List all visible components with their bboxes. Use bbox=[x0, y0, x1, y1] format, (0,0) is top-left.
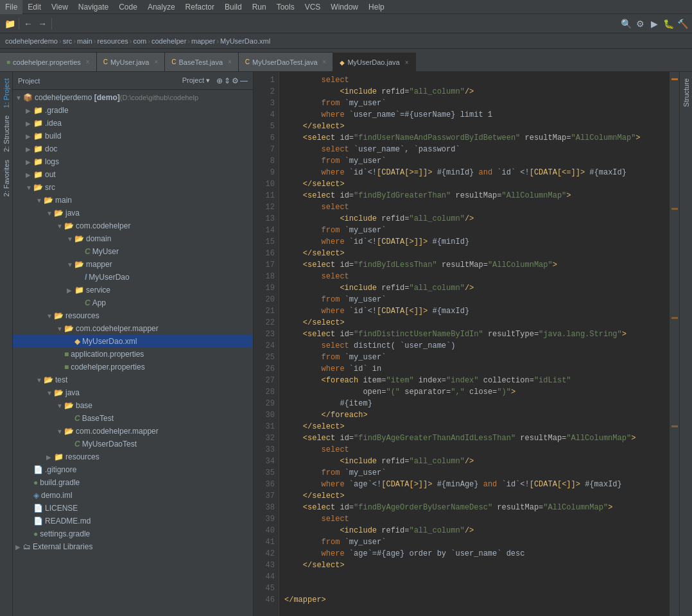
tree-item-java-main[interactable]: ▼ 📂 java bbox=[13, 207, 253, 219]
toolbar-search-icon[interactable]: 🔍 bbox=[619, 17, 633, 31]
menu-file[interactable]: File bbox=[0, 0, 22, 14]
tab-close-myuserdaotest[interactable]: × bbox=[323, 58, 327, 65]
tree-item-com-codehelper-mapper-test[interactable]: ▼ 📂 com.codehelper.mapper bbox=[13, 425, 253, 438]
tree-item-out[interactable]: ▶ 📁 out bbox=[13, 168, 253, 181]
tree-item-com-codehelper[interactable]: ▼ 📂 com.codehelper bbox=[13, 219, 253, 232]
menu-code[interactable]: Code bbox=[114, 0, 143, 14]
menu-window[interactable]: Window bbox=[325, 0, 363, 14]
tree-item-basetest[interactable]: C BaseTest bbox=[13, 412, 253, 425]
tab-close-myuserdao[interactable]: × bbox=[405, 59, 409, 66]
tree-item-logs[interactable]: ▶ 📁 logs bbox=[13, 155, 253, 168]
tree-item-src[interactable]: ▼ 📂 src bbox=[13, 181, 253, 194]
breadcrumb-part-4[interactable]: resources bbox=[97, 37, 128, 45]
tree-item-external-libraries[interactable]: ▶ 🗂 External Libraries bbox=[13, 540, 253, 553]
tree-arrow-com-codehelper: ▼ bbox=[56, 223, 64, 230]
tab-close-basetest[interactable]: × bbox=[228, 58, 232, 65]
toolbar-settings-icon[interactable]: ⚙ bbox=[633, 17, 647, 31]
menu-navigate[interactable]: Navigate bbox=[73, 0, 114, 14]
line-num: 35 bbox=[254, 467, 275, 479]
left-vertical-tabs: 1: Project 2: Structure 2: Favorites bbox=[0, 72, 13, 616]
tree-item-application-props[interactable]: ■ application.properties bbox=[13, 348, 253, 361]
menu-edit[interactable]: Edit bbox=[22, 0, 46, 14]
sidebar-icon-minimize[interactable]: — bbox=[240, 76, 248, 85]
tab-codehelper-properties[interactable]: ■ codehelper.properties × bbox=[0, 52, 97, 71]
tree-item-myuserdao-xml[interactable]: ◆ MyUserDao.xml bbox=[13, 335, 253, 348]
tree-item-myuser[interactable]: C MyUser bbox=[13, 245, 253, 258]
vtab-favorites[interactable]: 2: Favorites bbox=[1, 156, 12, 200]
line-num: 44 bbox=[254, 571, 275, 583]
tree-item-codehelper-props[interactable]: ■ codehelper.properties bbox=[13, 361, 253, 373]
tree-item-main[interactable]: ▼ 📂 main bbox=[13, 194, 253, 207]
tab-close-myuser[interactable]: × bbox=[154, 58, 158, 65]
breadcrumb-part-2[interactable]: src bbox=[63, 37, 73, 45]
toolbar-back-icon[interactable]: ← bbox=[21, 17, 35, 31]
breadcrumb-part-6[interactable]: codehelper bbox=[151, 37, 186, 45]
code-editor[interactable]: select <include refid="all_column"/> fro… bbox=[279, 72, 669, 616]
tree-arrow-test: ▼ bbox=[36, 377, 44, 384]
tab-myuser-java[interactable]: C MyUser.java × bbox=[97, 52, 166, 71]
tree-item-build-gradle[interactable]: ● build.gradle bbox=[13, 476, 253, 489]
tree-item-service[interactable]: ▶ 📁 service bbox=[13, 284, 253, 296]
line-num: 30 bbox=[254, 409, 275, 421]
breadcrumb-part-7[interactable]: mapper bbox=[191, 37, 215, 45]
tree-item-license[interactable]: 📄 LICENSE bbox=[13, 502, 253, 515]
tree-item-resources-test[interactable]: ▶ 📁 resources bbox=[13, 450, 253, 463]
menu-refactor[interactable]: Refactor bbox=[180, 0, 220, 14]
tab-basetest-java[interactable]: C BaseTest.java × bbox=[165, 52, 239, 71]
menu-help[interactable]: Help bbox=[363, 0, 390, 14]
tree-icon-gradle-dir: 📁 bbox=[33, 106, 43, 115]
tree-icon-mapper-java: 📂 bbox=[74, 260, 84, 269]
menu-run[interactable]: Run bbox=[247, 0, 272, 14]
toolbar-debug-icon[interactable]: 🐛 bbox=[661, 17, 675, 31]
vtab-structure-right[interactable]: Structure bbox=[681, 74, 691, 111]
vtab-project[interactable]: 1: Project bbox=[1, 74, 12, 112]
tree-icon-service: 📁 bbox=[74, 286, 84, 295]
tree-item-gitignore[interactable]: 📄 .gitignore bbox=[13, 463, 253, 476]
tab-close-props[interactable]: × bbox=[86, 58, 90, 65]
line-num: 26 bbox=[254, 363, 275, 375]
tree-item-test[interactable]: ▼ 📂 test bbox=[13, 373, 253, 386]
sidebar-icon-gear[interactable]: ⚙ bbox=[232, 76, 239, 85]
tree-item-resources-main[interactable]: ▼ 📂 resources bbox=[13, 309, 253, 322]
tab-myuserdaotest-java[interactable]: C MyUserDaoTest.java × bbox=[239, 52, 334, 71]
toolbar: 📁 ← → 🔍 ⚙ ▶ 🐛 🔨 bbox=[0, 14, 692, 33]
tab-icon-basetest: C bbox=[171, 58, 176, 65]
breadcrumb-part-1[interactable]: codehelperdemo bbox=[5, 37, 58, 45]
tab-label-myuserdaotest-java: MyUserDaoTest.java bbox=[252, 58, 317, 66]
menu-tools[interactable]: Tools bbox=[272, 0, 300, 14]
tree-item-base[interactable]: ▼ 📂 base bbox=[13, 399, 253, 412]
sidebar-icon-plus[interactable]: ⊕ bbox=[216, 76, 223, 85]
breadcrumb-part-5[interactable]: com bbox=[133, 37, 146, 45]
tree-item-settings-gradle[interactable]: ● settings.gradle bbox=[13, 527, 253, 540]
toolbar-forward-icon[interactable]: → bbox=[35, 17, 49, 31]
tree-item-build[interactable]: ▶ 📁 build bbox=[13, 130, 253, 142]
tree-item-myuserdao[interactable]: I MyUserDao bbox=[13, 271, 253, 284]
menu-build[interactable]: Build bbox=[220, 0, 247, 14]
toolbar-project-icon[interactable]: 📁 bbox=[3, 17, 17, 31]
tree-item-doc[interactable]: ▶ 📁 doc bbox=[13, 142, 253, 155]
toolbar-run-icon[interactable]: ▶ bbox=[647, 17, 661, 31]
menu-analyze[interactable]: Analyze bbox=[143, 0, 180, 14]
tree-item-mapper-java[interactable]: ▼ 📂 mapper bbox=[13, 258, 253, 271]
tree-item-demo-iml[interactable]: ◈ demo.iml bbox=[13, 489, 253, 502]
breadcrumb-filename[interactable]: MyUserDao.xml bbox=[220, 37, 270, 45]
tree-item-com-codehelper-mapper[interactable]: ▼ 📂 com.codehelper.mapper bbox=[13, 322, 253, 335]
tree-item-idea[interactable]: ▶ 📁 .idea bbox=[13, 117, 253, 130]
tree-icon-build: 📁 bbox=[33, 132, 43, 141]
tree-item-readme[interactable]: 📄 README.md bbox=[13, 515, 253, 527]
menu-vcs[interactable]: VCS bbox=[300, 0, 326, 14]
tab-myuserdao-java[interactable]: ◆ MyUserDao.java × bbox=[333, 53, 415, 72]
menu-view[interactable]: View bbox=[46, 0, 73, 14]
tree-item-domain[interactable]: ▼ 📂 domain bbox=[13, 232, 253, 245]
toolbar-build-icon[interactable]: 🔨 bbox=[675, 17, 689, 31]
sidebar-icon-scroll[interactable]: ⇕ bbox=[224, 76, 230, 85]
tree-item-gradle-dir[interactable]: ▶ 📁 .gradle bbox=[13, 104, 253, 117]
tree-item-java-test[interactable]: ▼ 📂 java bbox=[13, 386, 253, 399]
vtab-structure[interactable]: 2: Structure bbox=[1, 112, 12, 156]
tree-item-app[interactable]: C App bbox=[13, 296, 253, 309]
tree-item-root[interactable]: ▼ 📦 codehelperdemo [demo] (D:\code\githu… bbox=[13, 91, 253, 104]
tree-item-myuserdaotest[interactable]: C MyUserDaoTest bbox=[13, 438, 253, 450]
sidebar-dropdown-icon[interactable]: Project ▾ bbox=[182, 76, 210, 85]
breadcrumb-part-3[interactable]: main bbox=[77, 37, 92, 45]
line-num: 29 bbox=[254, 398, 275, 409]
